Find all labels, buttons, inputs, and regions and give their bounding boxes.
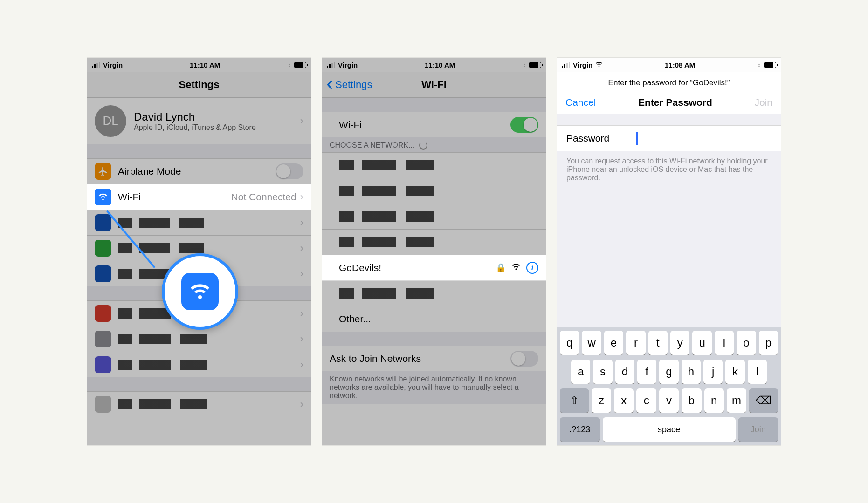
chevron-right-icon: › (300, 115, 303, 127)
app-icon (95, 214, 111, 231)
password-prompt: Enter the password for “GoDevils!” (557, 72, 781, 92)
key-q[interactable]: q (560, 331, 579, 355)
network-row[interactable] (322, 280, 546, 306)
spinner-icon (419, 141, 427, 150)
network-row[interactable] (322, 178, 546, 204)
nav-bar: Settings Wi-Fi (322, 72, 546, 98)
keyboard-join-key[interactable]: Join (738, 417, 778, 442)
ask-join-row[interactable]: Ask to Join Networks (322, 346, 546, 372)
key-t[interactable]: t (648, 331, 668, 355)
key-a[interactable]: a (571, 360, 590, 384)
page-title: Settings (179, 79, 220, 91)
status-time: 11:10 AM (190, 61, 220, 69)
key-i[interactable]: i (715, 331, 734, 355)
modal-title: Enter Password (638, 97, 712, 108)
key-x[interactable]: x (614, 388, 634, 413)
airplane-mode-row[interactable]: Airplane Mode (87, 158, 311, 184)
app-icon (95, 305, 111, 322)
wifi-toggle-row[interactable]: Wi-Fi (322, 112, 546, 138)
redacted-ssid (339, 237, 529, 247)
password-row[interactable]: Password (557, 125, 781, 151)
numbers-key[interactable]: .?123 (560, 417, 600, 442)
list-item[interactable]: › (87, 326, 311, 352)
network-row[interactable] (322, 204, 546, 230)
screen-enter-password: Virgin 11:08 AM ᛬ Enter the password for… (557, 58, 781, 445)
user-subtitle: Apple ID, iCloud, iTunes & App Store (134, 123, 300, 132)
key-u[interactable]: u (692, 331, 711, 355)
modal-toolbar: Cancel Enter Password Join (557, 92, 781, 114)
status-bar: Virgin 11:10 AM ᛬ (87, 58, 311, 72)
shift-key[interactable]: ⇧ (560, 388, 589, 413)
bluetooth-icon: ᛬ (522, 61, 526, 69)
network-row[interactable] (322, 229, 546, 255)
wifi-icon (181, 273, 219, 310)
key-v[interactable]: v (659, 388, 679, 413)
list-item[interactable]: › (87, 391, 311, 417)
wifi-row[interactable]: Wi-Fi Not Connected › (87, 184, 311, 210)
airplane-toggle[interactable] (276, 163, 303, 179)
app-icon (95, 331, 111, 347)
network-row-godevils[interactable]: GoDevils! 🔒 i (322, 255, 546, 281)
carrier-label: Virgin (573, 61, 592, 69)
key-p[interactable]: p (759, 331, 778, 355)
status-bar: Virgin 11:10 AM ᛬ (322, 58, 546, 72)
key-b[interactable]: b (682, 388, 701, 413)
callout-circle (162, 253, 238, 330)
text-cursor (636, 132, 638, 145)
user-name: David Lynch (134, 110, 300, 123)
carrier-label: Virgin (103, 61, 123, 69)
airplane-label: Airplane Mode (118, 166, 276, 177)
key-d[interactable]: d (615, 360, 634, 384)
redacted-ssid (339, 288, 529, 299)
chevron-right-icon: › (300, 191, 303, 203)
apple-id-row[interactable]: DL David Lynch Apple ID, iCloud, iTunes … (87, 98, 311, 144)
network-row[interactable] (322, 152, 546, 178)
back-label: Settings (335, 79, 372, 91)
password-label: Password (566, 133, 622, 144)
choose-network-header: CHOOSE A NETWORK... (322, 137, 546, 152)
status-bar: Virgin 11:08 AM ᛬ (557, 58, 781, 72)
wifi-toggle[interactable] (510, 117, 538, 133)
list-item[interactable]: › (87, 210, 311, 236)
back-button[interactable]: Settings (326, 79, 372, 91)
airplane-icon (95, 163, 111, 180)
key-w[interactable]: w (582, 331, 601, 355)
key-l[interactable]: l (748, 360, 767, 384)
other-network-row[interactable]: Other... (322, 306, 546, 332)
key-h[interactable]: h (682, 360, 701, 384)
status-time: 11:08 AM (665, 61, 695, 69)
redacted-ssid (339, 186, 529, 196)
cancel-button[interactable]: Cancel (565, 97, 596, 108)
join-button[interactable]: Join (754, 97, 772, 108)
backspace-key[interactable]: ⌫ (749, 388, 778, 413)
ask-join-toggle[interactable] (510, 351, 538, 367)
key-g[interactable]: g (659, 360, 678, 384)
key-y[interactable]: y (670, 331, 689, 355)
redacted-label (118, 360, 296, 370)
key-n[interactable]: n (704, 388, 724, 413)
space-key[interactable]: space (603, 417, 736, 442)
other-label: Other... (330, 313, 538, 325)
nav-bar: Settings (87, 72, 311, 98)
key-f[interactable]: f (637, 360, 656, 384)
key-k[interactable]: k (725, 360, 744, 384)
redacted-ssid (339, 211, 529, 222)
wifi-status: Not Connected (231, 191, 296, 203)
key-z[interactable]: z (592, 388, 611, 413)
key-j[interactable]: j (703, 360, 723, 384)
wifi-signal-icon (511, 262, 521, 274)
key-s[interactable]: s (593, 360, 612, 384)
key-r[interactable]: r (626, 331, 645, 355)
info-icon[interactable]: i (526, 262, 538, 274)
page-title: Wi-Fi (421, 79, 447, 91)
key-c[interactable]: c (636, 388, 656, 413)
key-m[interactable]: m (727, 388, 746, 413)
list-item[interactable]: › (87, 352, 311, 378)
key-e[interactable]: e (604, 331, 623, 355)
status-time: 11:10 AM (425, 61, 455, 69)
ask-join-label: Ask to Join Networks (330, 353, 510, 364)
key-o[interactable]: o (737, 331, 756, 355)
signal-icon (562, 62, 570, 68)
redacted-label (118, 334, 296, 344)
app-icon (95, 356, 111, 373)
